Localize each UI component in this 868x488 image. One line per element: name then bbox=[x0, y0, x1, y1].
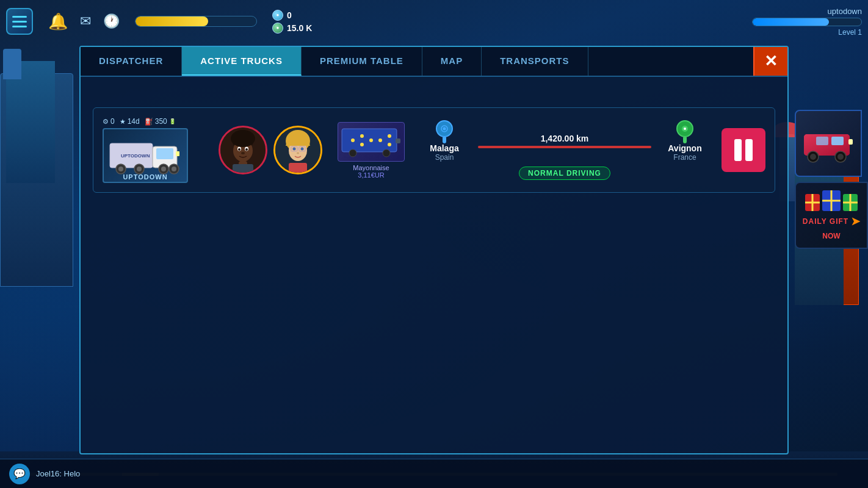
driver2-svg bbox=[275, 127, 320, 173]
hud-bar: 🔔 ✉ 🕐 ● 0 ● 15.0 K uptodown Level 1 bbox=[0, 0, 868, 43]
driving-status: NORMAL DRIVING bbox=[519, 167, 610, 180]
cargo-frame bbox=[338, 122, 405, 162]
tab-active-trucks[interactable]: ACTIVE TRUCKS bbox=[182, 47, 302, 76]
svg-rect-12 bbox=[176, 151, 179, 156]
svg-point-58 bbox=[837, 154, 844, 160]
svg-point-19 bbox=[238, 148, 241, 151]
chat-message: Joel16: Helo bbox=[36, 469, 859, 478]
svg-point-11 bbox=[172, 167, 176, 171]
van-svg bbox=[801, 122, 856, 165]
menu-line-2 bbox=[12, 21, 27, 23]
svg-point-5 bbox=[118, 167, 123, 171]
chat-bar: 💬 Joel16: Helo bbox=[0, 459, 868, 488]
close-button[interactable]: ✕ bbox=[753, 47, 787, 76]
route-line bbox=[478, 146, 651, 148]
daily-gift-panel[interactable]: DAILY GIFT ➤ NOW bbox=[795, 182, 868, 249]
route-distance: 1,420.00 km bbox=[541, 134, 589, 143]
xp-bar bbox=[135, 16, 257, 27]
driver1-avatar bbox=[219, 126, 267, 174]
daily-gift-label: DAILY GIFT bbox=[803, 217, 848, 226]
daily-gift-arrow: ➤ bbox=[851, 215, 860, 228]
hud-icons: 🔔 ✉ 🕐 bbox=[48, 12, 120, 31]
tab-dispatcher[interactable]: DISPATCHER bbox=[81, 47, 182, 76]
chat-bubble-icon[interactable]: 💬 bbox=[9, 464, 30, 484]
bell-icon[interactable]: 🔔 bbox=[48, 12, 68, 31]
svg-point-39 bbox=[369, 138, 373, 142]
svg-rect-59 bbox=[848, 139, 853, 145]
profile-xp-bar bbox=[752, 18, 862, 26]
driver1-svg bbox=[220, 127, 266, 173]
svg-point-33 bbox=[297, 152, 299, 154]
clock-icon[interactable]: 🕐 bbox=[103, 13, 120, 29]
coin-icon: ● bbox=[272, 10, 283, 21]
svg-text:UPTODOWN: UPTODOWN bbox=[121, 153, 150, 159]
main-panel: DISPATCHER ACTIVE TRUCKS PREMIUM TABLE M… bbox=[79, 46, 789, 454]
truck-fuel: ⛽ 350 🔋 bbox=[145, 117, 176, 126]
daily-gift-now: NOW bbox=[822, 232, 840, 240]
origin-country: Spain bbox=[435, 153, 454, 162]
svg-rect-46 bbox=[396, 138, 400, 143]
tab-map[interactable]: MAP bbox=[422, 47, 482, 76]
svg-point-50 bbox=[684, 127, 686, 130]
cargo-svg bbox=[341, 124, 402, 159]
svg-rect-53 bbox=[831, 137, 844, 145]
profile-name: uptodown bbox=[828, 7, 862, 16]
drivers-section bbox=[219, 126, 322, 174]
mail-icon[interactable]: ✉ bbox=[80, 13, 91, 29]
panel-content: ⚙ 0 ★ 14d ⛽ 350 🔋 bbox=[81, 77, 787, 453]
driver2-avatar bbox=[273, 126, 322, 174]
tab-premium-table[interactable]: PREMIUM TABLE bbox=[302, 47, 422, 76]
coins-value: 0 bbox=[287, 10, 292, 20]
coins-row: ● 0 bbox=[272, 10, 312, 21]
daily-gift-label-row: DAILY GIFT ➤ bbox=[803, 215, 860, 228]
xp-section bbox=[135, 16, 257, 27]
truck-name-label: UPTODOWN bbox=[104, 173, 187, 181]
route-row: Malaga Spain 1,420.00 km bbox=[420, 120, 709, 162]
truck-stars-value: 14d bbox=[128, 117, 140, 126]
van-panel[interactable] bbox=[795, 110, 862, 177]
destination-country: France bbox=[673, 153, 696, 162]
gift-box-red bbox=[805, 194, 820, 211]
cash-value: 15.0 K bbox=[287, 23, 312, 33]
svg-point-21 bbox=[241, 152, 245, 154]
svg-point-44 bbox=[349, 149, 356, 157]
profile-section: uptodown Level 1 bbox=[752, 7, 862, 37]
truck-fuel-value: 350 bbox=[155, 117, 167, 126]
gift-boxes bbox=[805, 190, 858, 211]
cash-row: ● 15.0 K bbox=[272, 23, 312, 34]
route-section: Malaga Spain 1,420.00 km bbox=[420, 120, 709, 180]
gift-box-blue bbox=[822, 190, 841, 211]
destination-city: Avignon bbox=[668, 143, 701, 153]
truck-image: UPTODOWN UPTODOWN bbox=[103, 128, 188, 183]
truck-stars: ★ 14d bbox=[120, 117, 140, 126]
level-badge: Level 1 bbox=[838, 28, 862, 37]
xp-fill bbox=[136, 16, 208, 26]
gift-box-green bbox=[843, 194, 858, 211]
truck-fuel-icon-small: 🔋 bbox=[169, 118, 176, 124]
svg-point-20 bbox=[245, 148, 248, 151]
destination-pin bbox=[676, 120, 693, 137]
svg-point-9 bbox=[161, 167, 166, 171]
truck-level-value: 0 bbox=[110, 117, 115, 126]
profile-xp-fill bbox=[753, 18, 829, 26]
truck-info-box: ⚙ 0 ★ 14d ⛽ 350 🔋 bbox=[103, 117, 206, 183]
cargo-value: 3,11€UR bbox=[358, 171, 384, 179]
tab-transports[interactable]: TRANSPORTS bbox=[482, 47, 588, 76]
pause-button[interactable] bbox=[722, 128, 765, 172]
cargo-name: Mayonnaise bbox=[353, 164, 389, 171]
svg-point-32 bbox=[301, 148, 304, 151]
truck-level: ⚙ 0 bbox=[103, 117, 115, 126]
menu-button[interactable] bbox=[6, 8, 33, 35]
svg-point-7 bbox=[137, 167, 142, 171]
right-side-panels: DAILY GIFT ➤ NOW bbox=[795, 110, 868, 249]
svg-point-43 bbox=[388, 143, 391, 146]
svg-point-48 bbox=[443, 127, 446, 131]
route-line-section: 1,420.00 km bbox=[478, 134, 651, 148]
origin-pin bbox=[436, 120, 453, 137]
svg-point-38 bbox=[360, 134, 364, 138]
svg-point-24 bbox=[231, 130, 255, 147]
currency-section: ● 0 ● 15.0 K bbox=[272, 10, 312, 34]
svg-point-37 bbox=[351, 138, 355, 142]
destination-point: Avignon France bbox=[660, 120, 709, 162]
svg-rect-3 bbox=[156, 148, 173, 159]
